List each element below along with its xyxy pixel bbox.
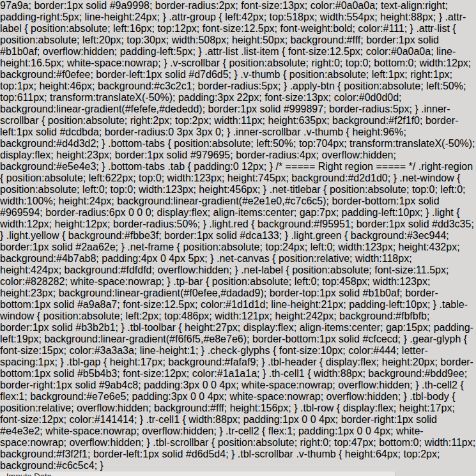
screen: Control Panel □ ✕ Network Style xyxy=(0,472,476,476)
control-panel-titlebar: Control Panel □ ✕ xyxy=(0,472,395,476)
control-panel: Control Panel □ ✕ Network Style xyxy=(0,472,396,476)
